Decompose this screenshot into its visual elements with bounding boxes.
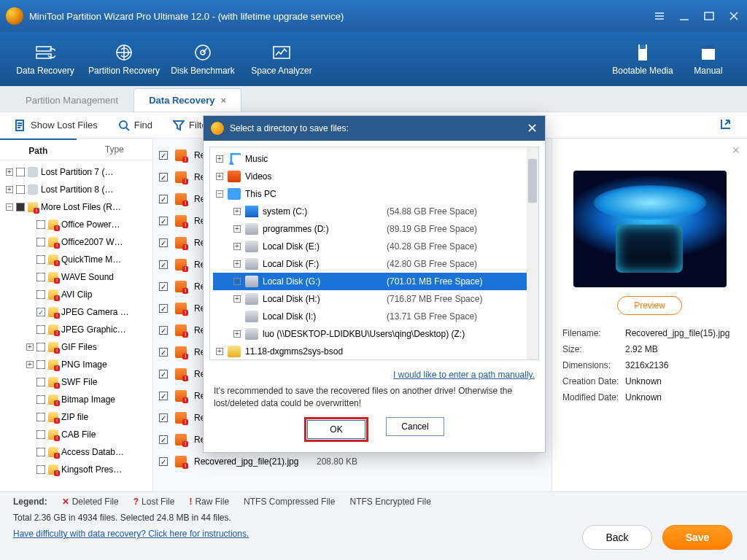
- help-link[interactable]: Have difficulty with data recovery? Clic…: [13, 529, 249, 539]
- file-row[interactable]: ✓Recovered_jpg_file(21).jpg208.80 KB: [155, 451, 550, 472]
- tree-node[interactable]: +system (C:)(54.88 GB Free Space): [213, 203, 535, 220]
- show-lost-files-button[interactable]: Show Lost Files: [15, 120, 98, 131]
- cancel-button[interactable]: Cancel: [386, 417, 444, 436]
- tree-node[interactable]: QuickTime M…: [0, 251, 152, 268]
- expand-icon[interactable]: +: [233, 208, 241, 215]
- tree-node[interactable]: WAVE Sound: [0, 268, 152, 286]
- expand-icon[interactable]: +: [26, 343, 34, 351]
- file-icon: [175, 456, 187, 467]
- maximize-button[interactable]: [702, 9, 716, 23]
- checkbox[interactable]: ✓: [159, 195, 168, 203]
- expand-icon[interactable]: +: [26, 361, 34, 368]
- checkbox[interactable]: ✓: [159, 173, 168, 182]
- tree-node[interactable]: +PNG Image: [0, 356, 152, 373]
- expand-icon[interactable]: +: [216, 155, 223, 163]
- tree-node-selected[interactable]: +Local Disk (G:)(701.01 MB Free Space): [213, 273, 535, 290]
- disk-icon: [245, 328, 258, 340]
- manual-path-link[interactable]: I would like to enter a path manually.: [393, 370, 535, 380]
- checkbox[interactable]: ✓: [159, 260, 168, 269]
- minimize-button[interactable]: [677, 9, 692, 23]
- scrollbar[interactable]: [527, 147, 538, 359]
- tree-node[interactable]: Office Power…: [0, 216, 152, 233]
- collapse-icon[interactable]: −: [216, 190, 223, 198]
- tree-node[interactable]: −This PC: [213, 185, 535, 203]
- checkbox[interactable]: ✓: [159, 435, 168, 444]
- tree-node[interactable]: Kingsoft Pres…: [0, 461, 152, 478]
- tree-node[interactable]: +Music: [213, 150, 535, 168]
- back-button[interactable]: Back: [582, 525, 652, 550]
- partition-recovery-tool[interactable]: Partition Recovery: [85, 42, 163, 76]
- tree-node[interactable]: +Lost Partition 7 (…: [0, 163, 152, 181]
- checkbox[interactable]: ✓: [159, 457, 168, 466]
- expand-icon[interactable]: +: [216, 173, 223, 180]
- checkbox[interactable]: ✓: [159, 217, 168, 225]
- expand-icon[interactable]: +: [233, 260, 241, 268]
- tree-node[interactable]: Office2007 W…: [0, 233, 152, 251]
- tree-node[interactable]: Local Disk (I:)(13.71 GB Free Space): [213, 308, 535, 325]
- app-logo-icon: [6, 7, 23, 25]
- video-icon: [228, 171, 241, 182]
- collapse-icon[interactable]: −: [6, 203, 13, 211]
- save-button[interactable]: Save: [662, 525, 732, 550]
- tree-node[interactable]: SWF File: [0, 373, 152, 391]
- checkbox[interactable]: ✓: [159, 282, 168, 291]
- tree-node[interactable]: JPEG Graphic…: [0, 321, 152, 338]
- expand-icon[interactable]: +: [233, 330, 241, 338]
- tab-close-icon[interactable]: ×: [221, 95, 227, 106]
- tree-node[interactable]: +Local Disk (F:)(42.80 GB Free Space): [213, 255, 535, 273]
- dialog-close-button[interactable]: ✕: [527, 120, 538, 136]
- expand-icon[interactable]: +: [6, 168, 13, 176]
- file-icon: [175, 259, 187, 271]
- checkbox[interactable]: ✓: [159, 392, 168, 400]
- folder-icon: [48, 447, 58, 457]
- scrollbar-thumb[interactable]: [528, 159, 537, 203]
- expand-icon[interactable]: +: [233, 278, 241, 285]
- checkbox[interactable]: ✓: [159, 151, 168, 160]
- bootable-media-tool[interactable]: Bootable Media: [610, 42, 676, 76]
- tab-partition-management[interactable]: Partition Management: [10, 88, 133, 112]
- preview-button[interactable]: Preview: [617, 296, 682, 315]
- find-button[interactable]: Find: [118, 120, 152, 131]
- expand-icon[interactable]: +: [233, 225, 241, 233]
- disk-benchmark-tool[interactable]: Disk Benchmark: [163, 42, 242, 76]
- directory-tree[interactable]: +Music +Videos −This PC +system (C:)(54.…: [209, 147, 539, 360]
- expand-icon[interactable]: +: [233, 243, 241, 250]
- checkbox[interactable]: ✓: [159, 304, 168, 313]
- tree-node[interactable]: +Local Disk (H:)(716.87 MB Free Space): [213, 290, 535, 308]
- space-analyzer-tool[interactable]: Space Analyzer: [242, 42, 321, 76]
- tree-node[interactable]: +11.18-dxgmms2sys-bsod: [213, 343, 535, 360]
- expand-icon[interactable]: +: [6, 186, 13, 193]
- disk-icon: [245, 223, 258, 235]
- checkbox[interactable]: ✓: [159, 348, 168, 357]
- expand-icon[interactable]: +: [233, 295, 241, 303]
- tab-data-recovery[interactable]: Data Recovery×: [133, 88, 241, 112]
- folder-tree[interactable]: +Lost Partition 7 (… +Lost Partition 8 (…: [0, 160, 152, 491]
- checkbox[interactable]: ✓: [159, 238, 168, 247]
- type-tab[interactable]: Type: [77, 139, 153, 160]
- tree-node[interactable]: +programmes (D:)(89.19 GB Free Space): [213, 220, 535, 238]
- tree-node[interactable]: −More Lost Files (R…: [0, 198, 152, 216]
- checkbox[interactable]: ✓: [159, 326, 168, 335]
- export-button[interactable]: [719, 117, 732, 133]
- tree-node[interactable]: Bitmap Image: [0, 391, 152, 408]
- tree-node[interactable]: +GIF Files: [0, 338, 152, 356]
- manual-tool[interactable]: Manual: [676, 42, 741, 76]
- data-recovery-tool[interactable]: Data Recovery: [6, 42, 85, 76]
- close-preview-button[interactable]: ×: [732, 143, 740, 158]
- ok-button[interactable]: OK: [307, 420, 365, 439]
- tree-node[interactable]: Access Datab…: [0, 443, 152, 461]
- tree-node[interactable]: ZIP file: [0, 408, 152, 426]
- checkbox[interactable]: ✓: [159, 370, 168, 378]
- tree-node[interactable]: ✓JPEG Camera …: [0, 303, 152, 321]
- menu-button[interactable]: [652, 9, 667, 23]
- tree-node[interactable]: AVI Clip: [0, 286, 152, 303]
- tree-node[interactable]: CAB File: [0, 426, 152, 443]
- path-tab[interactable]: Path: [0, 139, 77, 160]
- tree-node[interactable]: +Videos: [213, 168, 535, 185]
- tree-node[interactable]: +Lost Partition 8 (…: [0, 181, 152, 198]
- checkbox[interactable]: ✓: [159, 413, 168, 422]
- expand-icon[interactable]: +: [216, 348, 223, 355]
- tree-node[interactable]: +Local Disk (E:)(40.28 GB Free Space): [213, 238, 535, 255]
- close-button[interactable]: [727, 9, 741, 23]
- tree-node[interactable]: +luo (\\DESKTOP-LDIDKBU\Users\qing\Deskt…: [213, 325, 535, 343]
